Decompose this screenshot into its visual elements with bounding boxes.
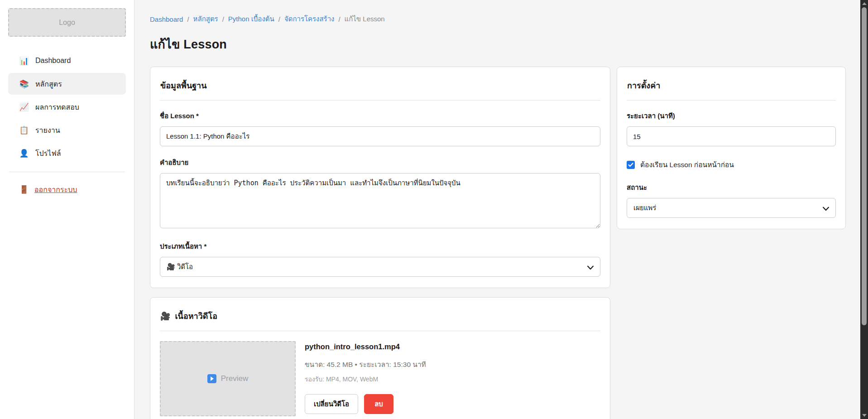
sidebar-item-label: รายงาน: [35, 125, 60, 136]
left-column: ข้อมูลพื้นฐาน ชื่อ Lesson * คำอธิบาย บทเ…: [150, 67, 610, 419]
status-group: สถานะ เผยแพร่: [627, 182, 836, 218]
content-type-label: ประเภทเนื้อหา *: [160, 241, 600, 252]
sidebar-item-label: หลักสูตร: [35, 78, 62, 90]
breadcrumb-link-courses[interactable]: หลักสูตร: [193, 14, 218, 24]
video-preview[interactable]: Preview: [160, 341, 296, 416]
video-body: Preview python_intro_lesson1.mp4 ขนาด: 4…: [160, 331, 600, 416]
basic-info-body: ชื่อ Lesson * คำอธิบาย บทเรียนนี้จะอธิบา…: [160, 101, 600, 277]
breadcrumb-link-course-python[interactable]: Python เบื้องต้น: [228, 14, 274, 24]
basic-info-card: ข้อมูลพื้นฐาน ชื่อ Lesson * คำอธิบาย บทเ…: [150, 67, 610, 288]
logo-placeholder: Logo: [8, 8, 126, 37]
video-buttons: เปลี่ยนวิดีโอ ลบ: [305, 394, 426, 414]
status-label: สถานะ: [627, 182, 836, 193]
video-filename: python_intro_lesson1.mp4: [305, 342, 426, 351]
sidebar-item-label: Dashboard: [35, 57, 71, 65]
chart-increasing-icon: 📈: [19, 102, 29, 112]
sidebar-item-profile[interactable]: 👤 โปรไฟล์: [8, 142, 126, 164]
video-supported-formats: รองรับ: MP4, MOV, WebM: [305, 374, 426, 384]
sidebar: Logo 📊 Dashboard 📚 หลักสูตร 📈 ผลการทดสอบ…: [0, 0, 134, 419]
sidebar-item-dashboard[interactable]: 📊 Dashboard: [8, 50, 126, 72]
logout-row: 🚪 ออกจากระบบ: [8, 184, 126, 195]
sidebar-nav: 📊 Dashboard 📚 หลักสูตร 📈 ผลการทดสอบ 📋 รา…: [8, 50, 126, 164]
books-icon: 📚: [19, 79, 29, 89]
breadcrumb-separator: /: [222, 15, 224, 23]
page-title: แก้ไข Lesson: [150, 34, 854, 54]
breadcrumb-separator: /: [338, 15, 340, 23]
play-icon: [207, 374, 216, 383]
door-icon: 🚪: [19, 185, 29, 194]
content-type-value: 🎥 วิดีโอ: [167, 261, 193, 272]
video-content-header: 🎥 เนื้อหาวิดีโอ: [160, 307, 600, 331]
content-type-select[interactable]: 🎥 วิดีโอ: [160, 257, 600, 277]
duration-group: ระยะเวลา (นาที): [627, 111, 836, 146]
settings-body: ระยะเวลา (นาที) ต้องเรียน Lesson ก่อนหน้…: [627, 101, 836, 218]
prerequisite-row: ต้องเรียน Lesson ก่อนหน้าก่อน: [627, 159, 836, 170]
change-video-button[interactable]: เปลี่ยนวิดีโอ: [305, 394, 358, 414]
sidebar-item-reports[interactable]: 📋 รายงาน: [8, 119, 126, 141]
main-content: Dashboard / หลักสูตร / Python เบื้องต้น …: [135, 0, 868, 419]
description-group: คำอธิบาย บทเรียนนี้จะอธิบายว่า Python คื…: [160, 157, 600, 230]
description-label: คำอธิบาย: [160, 157, 600, 168]
breadcrumb-separator: /: [278, 15, 280, 23]
right-column: การตั้งค่า ระยะเวลา (นาที) ต้องเรียน Les…: [617, 67, 846, 229]
vertical-scrollbar[interactable]: [860, 0, 868, 419]
bar-chart-icon: 📊: [19, 56, 29, 66]
prerequisite-checkbox[interactable]: [627, 161, 635, 169]
description-textarea[interactable]: บทเรียนนี้จะอธิบายว่า Python คืออะไร ประ…: [160, 173, 600, 228]
scrollbar-thumb[interactable]: [862, 7, 867, 325]
breadcrumb-current: แก้ไข Lesson: [345, 14, 385, 24]
settings-title: การตั้งค่า: [627, 79, 660, 92]
logo-label: Logo: [59, 19, 75, 27]
prerequisite-label: ต้องเรียน Lesson ก่อนหน้าก่อน: [640, 159, 734, 170]
sidebar-item-test-results[interactable]: 📈 ผลการทดสอบ: [8, 96, 126, 118]
video-content-card: 🎥 เนื้อหาวิดีโอ Preview python_intro_les…: [150, 297, 610, 419]
lesson-name-group: ชื่อ Lesson *: [160, 111, 600, 146]
chevron-down-icon: [587, 264, 594, 271]
delete-video-button[interactable]: ลบ: [364, 394, 393, 414]
person-icon: 👤: [19, 149, 29, 158]
preview-label: Preview: [221, 374, 248, 383]
settings-header: การตั้งค่า: [627, 76, 836, 101]
content-type-group: ประเภทเนื้อหา * 🎥 วิดีโอ: [160, 241, 600, 277]
scrollbar-up-arrow-icon[interactable]: [860, 0, 868, 7]
breadcrumb-link-dashboard[interactable]: Dashboard: [150, 15, 183, 23]
clipboard-icon: 📋: [19, 125, 29, 135]
breadcrumb: Dashboard / หลักสูตร / Python เบื้องต้น …: [150, 14, 854, 24]
lesson-name-label: ชื่อ Lesson *: [160, 111, 600, 121]
video-info: python_intro_lesson1.mp4 ขนาด: 45.2 MB •…: [305, 341, 426, 416]
logout-link[interactable]: ออกจากระบบ: [34, 184, 77, 195]
video-meta: ขนาด: 45.2 MB • ระยะเวลา: 15:30 นาที: [305, 359, 426, 370]
video-content-title: เนื้อหาวิดีโอ: [175, 309, 217, 323]
sidebar-item-label: ผลการทดสอบ: [35, 101, 79, 113]
breadcrumb-link-structure[interactable]: จัดการโครงสร้าง: [284, 14, 335, 24]
sidebar-item-courses[interactable]: 📚 หลักสูตร: [8, 73, 126, 95]
content-columns: ข้อมูลพื้นฐาน ชื่อ Lesson * คำอธิบาย บทเ…: [150, 67, 854, 419]
duration-input[interactable]: [627, 126, 836, 146]
scrollbar-down-arrow-icon[interactable]: [860, 412, 868, 419]
chevron-down-icon: [823, 205, 829, 212]
sidebar-divider: [9, 172, 125, 172]
status-value: เผยแพร่: [633, 202, 656, 213]
settings-card: การตั้งค่า ระยะเวลา (นาที) ต้องเรียน Les…: [617, 67, 846, 229]
sidebar-item-label: โปรไฟล์: [35, 148, 61, 159]
status-select[interactable]: เผยแพร่: [627, 198, 836, 218]
lesson-name-input[interactable]: [160, 126, 600, 146]
movie-camera-icon: 🎥: [160, 311, 170, 321]
duration-label: ระยะเวลา (นาที): [627, 111, 836, 121]
breadcrumb-separator: /: [187, 15, 189, 23]
basic-info-title: ข้อมูลพื้นฐาน: [160, 79, 207, 92]
basic-info-header: ข้อมูลพื้นฐาน: [160, 76, 600, 101]
